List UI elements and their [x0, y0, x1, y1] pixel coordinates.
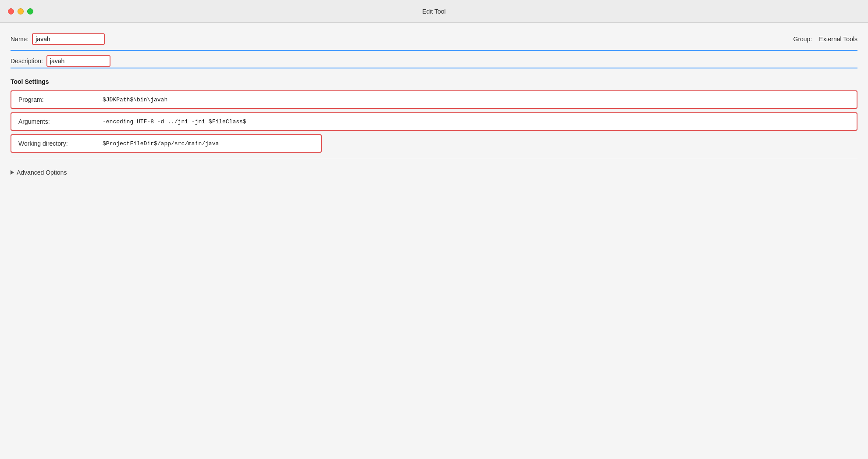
titlebar-controls	[8, 8, 33, 14]
name-input-wrapper	[32, 33, 105, 45]
advanced-separator	[11, 159, 857, 159]
group-label: Group:	[793, 36, 812, 43]
close-button[interactable]	[8, 8, 14, 14]
description-separator-line	[11, 68, 857, 68]
window-title: Edit Tool	[422, 8, 445, 15]
main-window: Edit Tool Name: Group: External Tools De…	[0, 0, 868, 459]
arguments-row: Arguments: -encoding UTF-8 -d ../jni -jn…	[11, 112, 857, 131]
advanced-options-row[interactable]: Advanced Options	[11, 169, 857, 176]
working-directory-label: Working directory:	[11, 136, 99, 151]
titlebar: Edit Tool	[0, 0, 868, 23]
name-label: Name:	[11, 36, 28, 43]
name-row: Name: Group: External Tools	[11, 33, 857, 45]
program-label: Program:	[11, 93, 99, 107]
tool-settings-section-title: Tool Settings	[11, 78, 857, 85]
minimize-button[interactable]	[18, 8, 24, 14]
name-input[interactable]	[36, 36, 101, 43]
advanced-options-label: Advanced Options	[17, 169, 67, 176]
arguments-label: Arguments:	[11, 115, 99, 129]
chevron-right-icon	[11, 170, 14, 175]
description-input-wrapper	[46, 55, 110, 67]
arguments-value: -encoding UTF-8 -d ../jni -jni $FileClas…	[99, 115, 250, 129]
maximize-button[interactable]	[27, 8, 33, 14]
description-label: Description:	[11, 57, 43, 65]
group-value: External Tools	[819, 36, 857, 43]
program-value: $JDKPath$\bin\javah	[99, 93, 171, 107]
description-row: Description:	[11, 51, 857, 67]
description-input[interactable]	[50, 57, 107, 65]
main-content: Name: Group: External Tools Description:…	[0, 23, 868, 459]
program-row: Program: $JDKPath$\bin\javah	[11, 90, 857, 109]
working-directory-row: Working directory: $ProjectFileDir$/app/…	[11, 134, 322, 153]
working-directory-value: $ProjectFileDir$/app/src/main/java	[99, 137, 222, 151]
name-spacer	[108, 34, 790, 44]
